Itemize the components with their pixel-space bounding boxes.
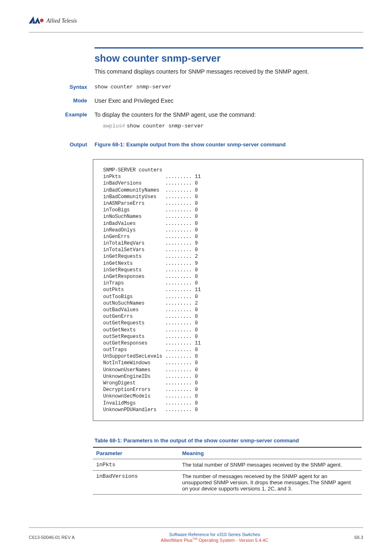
command-title: show counter snmp-server (95, 53, 363, 64)
output-row: Output Figure 68-1: Example output from … (95, 141, 363, 152)
footer-center-line1: Software Reference for x310 Series Switc… (75, 532, 355, 537)
mode-body: User Exec and Privileged Exec (95, 97, 363, 104)
mode-row: Mode User Exec and Privileged Exec (95, 97, 363, 104)
footer-left: C613-50046-01 REV A (29, 535, 75, 540)
svg-marker-0 (29, 16, 35, 24)
param-cell: inPkts (93, 459, 179, 470)
example-body: To display the counters for the SNMP age… (95, 111, 363, 129)
table-row: inBadVersionsThe number of messages rece… (93, 470, 362, 494)
syntax-label: Syntax (29, 84, 95, 90)
meaning-cell: The total number of SNMP messages receiv… (179, 459, 362, 470)
output-box: SNMP-SERVER counters inPkts ......... 11… (93, 159, 363, 421)
svg-point-2 (40, 18, 44, 22)
meaning-cell: The number of messages received by the S… (179, 470, 362, 494)
page-header: Allied Telesis (29, 15, 363, 27)
syntax-row: Syntax show counter snmp-server (95, 84, 363, 90)
footer-right: 68.3 (355, 535, 363, 540)
intro-text: This command displays counters for SNMP … (95, 68, 363, 75)
footer-center: Software Reference for x310 Series Switc… (75, 532, 355, 543)
syntax-body: show counter snmp-server (95, 84, 363, 90)
footer-version: Operating System - Version 5.4.4C (197, 538, 268, 543)
param-cell: inBadVersions (93, 470, 179, 494)
cli-command: show counter snmp-server (127, 123, 204, 129)
table-header-row: Parameter Meaning (93, 447, 362, 459)
page-footer: C613-50046-01 REV A Software Reference f… (29, 527, 363, 543)
example-row: Example To display the counters for the … (95, 111, 363, 129)
svg-marker-1 (35, 17, 40, 23)
col-meaning: Meaning (179, 447, 362, 459)
footer-product: AlliedWare Plus (161, 538, 192, 543)
header-divider (29, 32, 363, 32)
mode-label: Mode (29, 97, 95, 104)
output-label: Output (29, 141, 95, 152)
cli-prompt: awplus# (103, 123, 125, 129)
example-text: To display the counters for the SNMP age… (95, 111, 256, 118)
svg-text:Allied Telesis: Allied Telesis (46, 18, 77, 24)
footer-center-line2: AlliedWare PlusTM Operating System - Ver… (75, 537, 355, 543)
main-content: show counter snmp-server This command di… (95, 47, 363, 495)
brand-logo: Allied Telesis (29, 15, 107, 27)
example-label: Example (29, 111, 95, 129)
output-body: Figure 68-1: Example output from the sho… (95, 141, 363, 152)
footer-row: C613-50046-01 REV A Software Reference f… (29, 532, 363, 543)
col-parameter: Parameter (93, 447, 179, 459)
table-row: inPktsThe total number of SNMP messages … (93, 459, 362, 470)
table-caption: Table 68-1: Parameters in the output of … (95, 437, 363, 444)
footer-divider (29, 527, 363, 528)
trademark-symbol: TM (193, 537, 198, 541)
figure-caption: Figure 68-1: Example output from the sho… (95, 141, 363, 148)
example-command-line: awplus# show counter snmp-server (103, 122, 363, 129)
parameter-table: Parameter Meaning inPktsThe total number… (93, 447, 362, 495)
title-rule (95, 47, 363, 49)
